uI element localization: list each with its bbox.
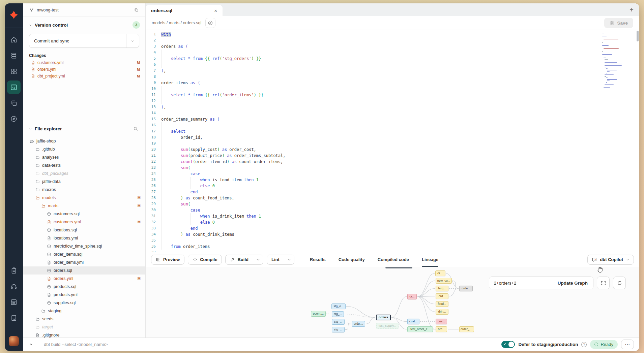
code-line-30[interactable]: 30 case (146, 207, 639, 213)
tab-orders-sql[interactable]: orders.sql × (146, 5, 223, 16)
results-tab-results[interactable]: Results (310, 252, 326, 267)
lineage-node-ord_y1[interactable]: ord... (436, 293, 448, 299)
clipboard-icon[interactable] (7, 264, 21, 277)
code-line-24[interactable]: 24 case (146, 171, 639, 177)
save-button[interactable]: Save (604, 18, 633, 28)
code-line-31[interactable]: 31 when is_drink_item then 1 (146, 213, 639, 219)
code-line-26[interactable]: 26 else 0 (146, 183, 639, 189)
code-line-11[interactable]: 11 select * from {{ ref('order_items') }… (146, 92, 639, 98)
results-tab-code-quality[interactable]: Code quality (339, 252, 365, 267)
code-line-27[interactable]: 27 end (146, 189, 639, 195)
minimap[interactable] (602, 33, 624, 90)
compile-button[interactable]: Compile (188, 255, 222, 265)
code-line-16[interactable]: 16 (146, 122, 639, 128)
code-line-4[interactable]: 4 (146, 50, 639, 56)
changed-file-customers.yml[interactable]: customers.ymlM (23, 59, 145, 66)
code-line-15[interactable]: 15order_items_summary as ( (146, 116, 639, 122)
duplicate-pages-icon[interactable] (132, 6, 141, 14)
code-line-33[interactable]: 33 end (146, 225, 639, 231)
code-line-22[interactable]: 22 count(order_item_id) as count_order_i… (146, 159, 639, 165)
lineage-node-orders[interactable]: orders (376, 315, 391, 320)
lineage-node-cust[interactable]: cust... (407, 319, 419, 324)
changed-file-dbt_project.yml[interactable]: dbt_project.ymlM (23, 73, 145, 79)
code-line-3[interactable]: 3orders as ( (146, 43, 639, 50)
code-line-34[interactable]: 34 ) as count_drink_items (146, 231, 639, 237)
code-line-2[interactable]: 2 (146, 37, 639, 43)
code-line-6[interactable]: 6 (146, 62, 639, 68)
code-line-1[interactable]: 1with (146, 31, 639, 37)
code-line-20[interactable]: 20 sum(supply_cost) as order_cost, (146, 147, 639, 153)
tree-item-models[interactable]: modelsM (23, 194, 145, 202)
tree-item-marts[interactable]: martsM (23, 202, 145, 210)
tree-item-supplies.sql[interactable]: supplies.sql (23, 299, 145, 307)
lineage-node-or_y[interactable]: or.... (435, 270, 445, 276)
code-line-17[interactable]: 17 select (146, 128, 639, 134)
code-line-19[interactable]: 19 (146, 140, 639, 147)
home-icon[interactable] (7, 33, 21, 46)
tree-item-staging[interactable]: staging (23, 307, 145, 315)
lineage-node-orde[interactable]: orde.... (352, 321, 365, 327)
lineage-node-ecom[interactable]: ecom.... (311, 311, 326, 317)
version-control-header[interactable]: Version control 3 (23, 17, 145, 32)
code-line-36[interactable]: 36 from order_items (146, 244, 639, 250)
new-tab-button[interactable]: + (624, 3, 639, 16)
tree-item-analyses[interactable]: analyses (23, 153, 145, 161)
tree-item-products.sql[interactable]: products.sql (23, 283, 145, 291)
code-line-35[interactable]: 35 (146, 237, 639, 244)
lineage-node-stg_c[interactable]: stg_... (332, 327, 345, 332)
tree-item-metricflow_time_spine.sql[interactable]: metricflow_time_spine.sql (23, 242, 145, 250)
results-tab-lineage[interactable]: Lineage (422, 252, 438, 267)
tree-item-orders.yml[interactable]: orders.ymlM (23, 275, 145, 283)
lint-button[interactable]: Lint (267, 255, 294, 265)
code-line-10[interactable]: 10 (146, 86, 639, 92)
code-line-25[interactable]: 25 when is_food_item then 1 (146, 177, 639, 183)
dashboard-grid-icon[interactable] (7, 65, 21, 78)
command-placeholder[interactable]: dbt build --select <model_name> (44, 342, 108, 347)
fullscreen-icon[interactable] (597, 277, 610, 289)
lineage-panel[interactable]: ecom....stg_o...stg_...stg_...stg_...ord… (146, 267, 639, 338)
lineage-node-order_y[interactable]: order_.... (459, 326, 474, 332)
tree-item-order_items.sql[interactable]: order_items.sql (23, 250, 145, 258)
code-line-5[interactable]: 5 select * from {{ ref('stg_orders') }} (146, 56, 639, 62)
dbt-copilot-button[interactable]: dbt Copilot (587, 255, 634, 265)
search-icon[interactable] (131, 124, 140, 133)
tree-item-data-tests[interactable]: data-tests (23, 161, 145, 169)
support-headset-icon[interactable] (7, 280, 21, 293)
tree-item-jaffle-data[interactable]: jaffle-data (23, 178, 145, 186)
build-options-chevron-icon[interactable] (253, 255, 263, 264)
editor-scrollbar[interactable] (636, 30, 639, 252)
code-line-12[interactable]: 12 (146, 98, 639, 104)
tree-item-customers.yml[interactable]: customers.ymlM (23, 218, 145, 226)
code-line-21[interactable]: 21 sum(product_price) as order_items_sub… (146, 153, 639, 159)
lineage-node-drin[interactable]: drin... (436, 309, 448, 315)
tree-item-locations.yml[interactable]: locations.yml (23, 234, 145, 242)
update-graph-button[interactable]: Update Graph (552, 277, 593, 289)
code-line-14[interactable]: 14 (146, 110, 639, 116)
code-line-8[interactable]: 8 (146, 74, 639, 80)
code-line-9[interactable]: 9order_items as ( (146, 80, 639, 86)
develop-ide-icon[interactable] (7, 81, 21, 94)
lineage-node-ord_y2[interactable]: ord... (436, 326, 447, 332)
tree-item-target[interactable]: target (23, 323, 145, 331)
docs-icon[interactable] (7, 295, 21, 309)
code-line-7[interactable]: 7), (146, 68, 639, 74)
build-button[interactable]: Build (225, 255, 263, 265)
commit-options-chevron-icon[interactable] (126, 34, 139, 47)
tree-item-customers.sql[interactable]: customers.sql (23, 210, 145, 218)
lineage-node-or_pink[interactable]: or... (407, 294, 417, 299)
code-line-32[interactable]: 32 else 0 (146, 219, 639, 225)
lineage-node-cus_pink[interactable]: cus... (436, 319, 447, 324)
lineage-node-stg_a[interactable]: stg_... (332, 311, 344, 317)
tree-item-.github[interactable]: .github (23, 145, 145, 153)
lineage-node-larg[interactable]: larg... (436, 286, 448, 291)
code-line-13[interactable]: 13), (146, 104, 639, 110)
dbt-logo-icon[interactable] (7, 8, 21, 22)
more-options-button[interactable]: ⋯ (621, 340, 634, 349)
lint-options-chevron-icon[interactable] (284, 255, 294, 264)
explore-compass-icon[interactable] (7, 112, 21, 126)
commit-and-sync-button[interactable]: Commit and sync (29, 34, 139, 48)
orchestration-icon[interactable] (7, 96, 21, 110)
preview-button[interactable]: Preview (151, 255, 184, 265)
changed-file-orders.yml[interactable]: orders.ymlM (23, 66, 145, 73)
lineage-node-stg_b[interactable]: stg_... (332, 319, 345, 325)
